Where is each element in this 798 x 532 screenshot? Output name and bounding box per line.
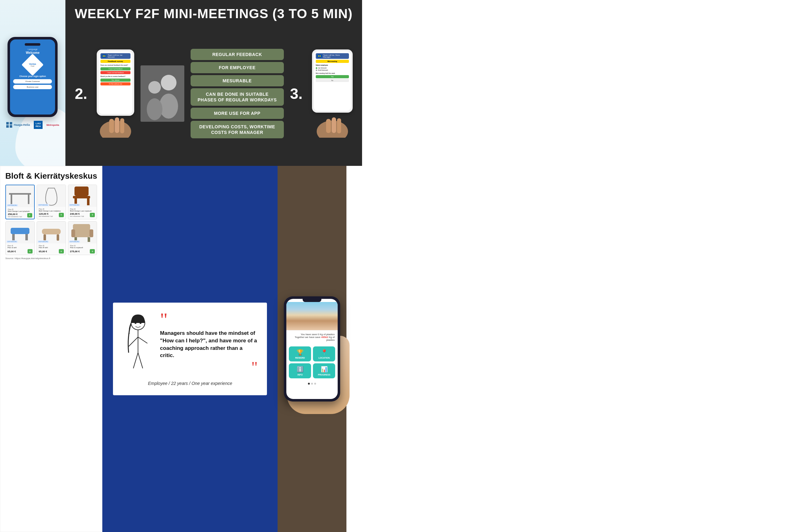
- mini-meeting-label: Mini-meeting: [316, 60, 349, 63]
- svg-rect-15: [28, 195, 30, 204]
- panel-f2f-meetings: WEEKLY F2F MINI-MEETINGS (3 TO 5 MIN) 2.: [65, 0, 362, 166]
- lidl-logo: [102, 54, 107, 58]
- quote-content: " Managers should have the mindset of "H…: [122, 312, 258, 376]
- benefit-4: CAN BE DONE IN SUITABLEPHASES OF REGULAR…: [191, 88, 284, 106]
- benefit-1: REGULAR FEEDBACK: [191, 49, 284, 60]
- bloft-desc-3: Bloft Design Lasi nojatuoli: [70, 210, 95, 212]
- dot-1: [308, 383, 310, 385]
- phone3-mockup: Team Lidl loa. Store Manager Mini-meetin…: [312, 50, 353, 113]
- bloft-add-btn-5[interactable]: +: [59, 249, 64, 253]
- phone2-header: Team Lidl loa. Ian Introvert: [100, 53, 131, 59]
- stat2-text: Together we have save 49562 Kg of plasti…: [289, 336, 335, 341]
- benefit-3: MESURABLE: [191, 75, 284, 87]
- bloft-img-chair: OSTOSKORJ: [68, 185, 97, 207]
- bloft-desc-6: Plan & nojatuoli: [70, 247, 95, 248]
- phone-notch: [25, 43, 40, 46]
- dot-active: [316, 67, 317, 69]
- bloft-tag-4: OSTOSKORJ: [6, 240, 18, 243]
- dot-inactive: [316, 70, 317, 71]
- svg-rect-32: [73, 224, 90, 230]
- svg-rect-22: [12, 234, 15, 240]
- business-user-btn[interactable]: Business user: [13, 85, 52, 89]
- bloft-img-table: OSTOSKORJ: [6, 185, 34, 207]
- select-employee-label: Select employee: [316, 64, 349, 66]
- phone2-mockup: Team Lidl loa. Ian Introvert Feedback su…: [97, 50, 134, 116]
- bloft-tag-6: OSTOSKORJ: [69, 240, 80, 243]
- bloft-price-3: 240,00 €: [70, 212, 84, 215]
- plastic-sky-scene: [286, 302, 338, 321]
- step2-number: 2.: [75, 85, 91, 102]
- quote-attribution: Employee / 22 years / One year experienc…: [122, 381, 258, 386]
- reward-btn[interactable]: 🏆 REWARD: [289, 346, 311, 361]
- btn-yes-please[interactable]: Yes, please: [100, 79, 131, 82]
- bloft-stock-1: rect varastosta 1 kpl: [8, 216, 22, 217]
- svg-rect-3: [120, 118, 124, 133]
- lidl-circle2: [104, 55, 106, 57]
- haaga-helia-text: Haaga-Helia: [14, 123, 30, 127]
- btn-fine-without[interactable]: I'm fine without one: [100, 82, 131, 86]
- svg-rect-11: [332, 117, 336, 133]
- bloft-add-btn-1[interactable]: +: [27, 213, 32, 217]
- panel-vantaa-app: Language Welcome Vantaa Food Choose your…: [0, 0, 65, 166]
- stat2-bold-num: 49562: [321, 336, 328, 339]
- step3-number: 3.: [290, 85, 306, 102]
- panel-plastic-app: You have save 0 Kg of plastics Together …: [278, 166, 346, 532]
- bloft-stock-3: rect varastosta 1 kpl: [70, 215, 84, 217]
- quote-text: Managers should have the mindset of "How…: [160, 329, 258, 359]
- bloft-tag-1: OSTOSKORJ: [6, 204, 18, 207]
- info-btn[interactable]: ℹ️ INFO: [289, 363, 311, 378]
- svg-rect-28: [71, 229, 75, 237]
- info-label: INFO: [297, 374, 303, 376]
- phone2-screen: Team Lidl loa. Ian Introvert Feedback su…: [99, 51, 132, 114]
- bloft-add-btn-6[interactable]: +: [90, 249, 95, 253]
- bloft-img-vase: OSTOSKORJ: [37, 185, 66, 207]
- plastic-phone: You have save 0 Kg of plastics Together …: [284, 296, 340, 401]
- location-icon: 📍: [321, 349, 328, 356]
- person-svg: [122, 312, 154, 375]
- brand-name: Vantaa: [29, 62, 36, 65]
- bloft-price-4: 65,00 €: [7, 250, 16, 253]
- bloft-price-6: 275,00 €: [70, 250, 80, 253]
- btn-no-feedback[interactable]: I have not had feedback: [100, 71, 131, 74]
- location-btn[interactable]: 📍 LOCATION: [313, 346, 335, 361]
- svg-line-40: [138, 353, 143, 368]
- plastic-stats: You have save 0 Kg of plastics Together …: [286, 330, 338, 344]
- quote-card: " Managers should have the mindset of "H…: [112, 301, 268, 397]
- svg-line-39: [133, 353, 138, 368]
- step3-phone-area: Team Lidl loa. Store Manager Mini-meetin…: [312, 50, 353, 138]
- phone3-screen: Team Lidl loa. Store Manager Mini-meetin…: [314, 51, 351, 111]
- bloft-title: Bloft & Kierrätyskeskus: [5, 171, 97, 181]
- benefits-list: REGULAR FEEDBACK FOR EMPLOYEE MESURABLE …: [191, 49, 284, 139]
- svg-point-6: [159, 94, 178, 119]
- bloft-item-6: OSTOSKORJ Plan B Plan & nojatuoli 275,00…: [68, 221, 97, 255]
- svg-rect-13: [9, 193, 31, 195]
- step2-phone-area: Team Lidl loa. Ian Introvert Feedback su…: [97, 50, 134, 138]
- bloft-item-5: OSTOSKORJ Plan B Plan B tahl 65,00 € +: [37, 221, 66, 255]
- bloft-source: Source: https://kauppa.kierratyskeskus.f…: [5, 257, 97, 260]
- svg-point-35: [139, 322, 141, 324]
- private-customer-btn[interactable]: Private Customer: [13, 79, 52, 83]
- bloft-info-2: Plan B Bloft Design Lasi maljakso 120,00…: [37, 207, 66, 218]
- btn-meeting-no[interactable]: No: [316, 79, 349, 82]
- svg-rect-14: [11, 195, 12, 204]
- btn-had-feedback[interactable]: I have had feedback: [100, 67, 131, 71]
- btn-meeting-yes[interactable]: Yes: [316, 75, 349, 78]
- reward-icon: 🏆: [297, 349, 304, 356]
- bloft-add-btn-4[interactable]: +: [27, 249, 33, 253]
- employee-1: Ian Introvert: [316, 67, 349, 69]
- quote-mark-close: ": [160, 359, 258, 375]
- bloft-desc-4: Plan & tahl: [7, 247, 33, 248]
- logo-laurea: LAUREA: [34, 121, 43, 129]
- reward-label: REWARD: [295, 357, 305, 359]
- bloft-add-btn-2[interactable]: +: [59, 213, 64, 217]
- phone3-header: Team Lidl loa. Store Manager: [316, 53, 349, 59]
- middle-person-photo: [140, 65, 184, 122]
- f2f-content: 2. Team Lidl loa. Ian: [75, 27, 353, 159]
- stat1-text: You have save 0 Kg of plastics: [289, 333, 335, 336]
- brand-diamond: Vantaa Food: [22, 54, 44, 76]
- bloft-add-btn-3[interactable]: +: [90, 213, 95, 217]
- person-drawing: [122, 312, 154, 376]
- employee-2: Emil Extrovert: [316, 69, 349, 71]
- progress-btn[interactable]: 📊 PROGRESS: [313, 363, 335, 378]
- person-silhouette-svg: [140, 65, 184, 122]
